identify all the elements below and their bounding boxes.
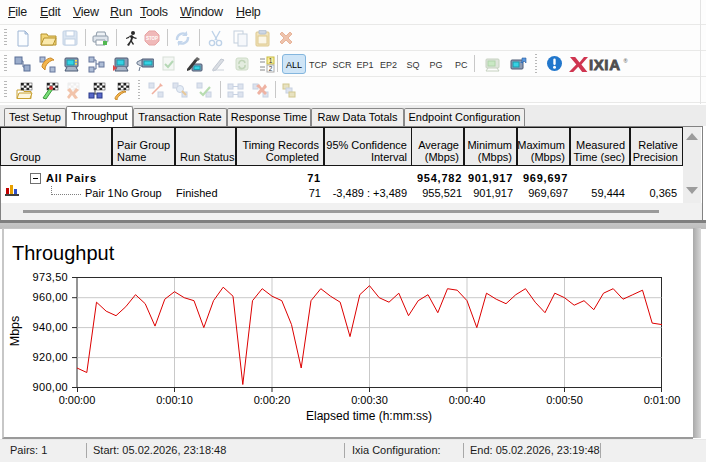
svg-text:Elapsed time (h:mm:ss): Elapsed time (h:mm:ss) (306, 409, 432, 423)
svg-text:0:00:10: 0:00:10 (156, 394, 193, 406)
svg-text:0:00:00: 0:00:00 (59, 394, 96, 406)
svg-text:®: ® (624, 58, 628, 64)
svg-text:0:00:50: 0:00:50 (546, 394, 583, 406)
svg-text:IXIA: IXIA (589, 56, 621, 73)
svg-text:920,00: 920,00 (33, 351, 68, 363)
svg-text:940,00: 940,00 (33, 321, 68, 333)
svg-text:0:00:20: 0:00:20 (254, 394, 291, 406)
svg-text:960,00: 960,00 (33, 291, 68, 303)
svg-text:Mbps: Mbps (8, 316, 22, 347)
svg-text:1: 1 (269, 57, 273, 64)
svg-text:0:00:40: 0:00:40 (449, 394, 486, 406)
svg-text:973,50: 973,50 (33, 271, 68, 283)
svg-text:2: 2 (269, 65, 273, 72)
svg-text:0:00:30: 0:00:30 (351, 394, 388, 406)
svg-text:STOP: STOP (146, 36, 158, 41)
svg-text:900,00: 900,00 (33, 381, 68, 393)
svg-text:0:01:00: 0:01:00 (644, 394, 681, 406)
